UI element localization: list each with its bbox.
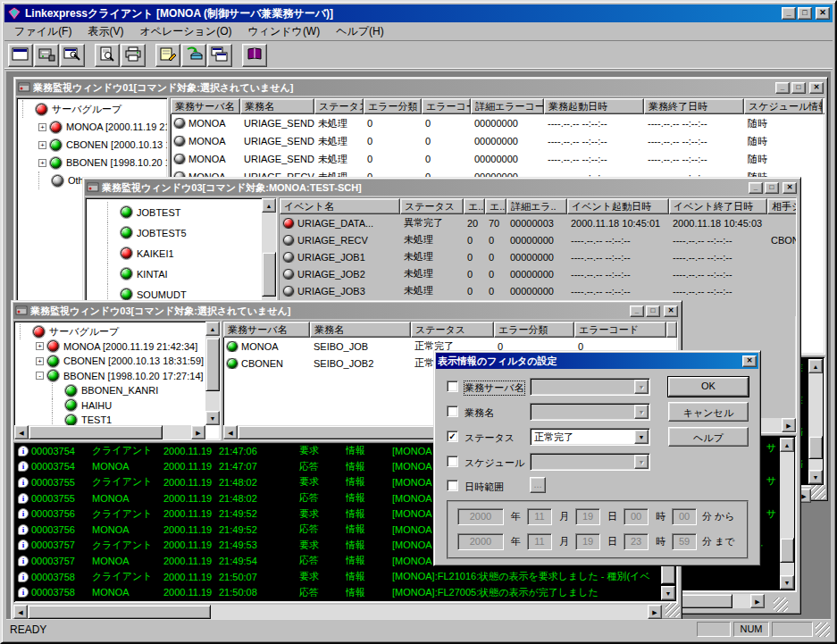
win3-log-vscrollbar[interactable]: ▼: [661, 561, 675, 600]
table-row[interactable]: URIAGE_RECV未処理0000000000----.--.-- --:--…: [280, 231, 796, 248]
column-header[interactable]: 業務起動日時: [544, 98, 644, 114]
table-row[interactable]: URIAGE_DATA...異常完了2070000000032000.11.18…: [280, 214, 796, 231]
print-button[interactable]: [121, 44, 146, 67]
tree-item-monoa[interactable]: +MONOA [2000.11.19 21:42:34]: [16, 339, 220, 355]
win1-titlebar[interactable]: 業務監視ウィンドウ01[コマンド対象:選択されていません] _ □ ✕: [16, 79, 825, 96]
filter-schedule-combobox[interactable]: ▼: [530, 453, 650, 471]
win3-hscrollbar[interactable]: ◀ ▶: [13, 605, 662, 619]
scroll-left-icon[interactable]: ◀: [14, 425, 29, 439]
to-year-field[interactable]: 2000: [457, 533, 504, 550]
win2-maximize-icon[interactable]: □: [765, 182, 779, 194]
win2-minimize-icon[interactable]: _: [749, 182, 763, 194]
scroll-thumb[interactable]: [28, 605, 211, 619]
column-header[interactable]: イベント名: [280, 198, 400, 214]
expand-icon[interactable]: +: [36, 342, 44, 350]
from-min-field[interactable]: 00: [672, 508, 697, 525]
column-header[interactable]: 業務サーバ名: [223, 322, 310, 338]
app-resize-grip[interactable]: [816, 623, 830, 637]
to-hour-field[interactable]: 23: [624, 533, 649, 550]
scroll-thumb[interactable]: [808, 436, 823, 459]
filter-settings-dialog[interactable]: 表示情報のフィルタの設定 ✕ 業務サーバ名 ▼ OK 業務名 ▼ キャンセル ✓…: [433, 350, 761, 566]
log-row[interactable]: i00003758クライアント2000.11.1921:50:07要求情報[MO…: [14, 569, 677, 585]
column-header[interactable]: 業務終了日時: [644, 98, 744, 114]
scroll-right-icon[interactable]: ▶: [648, 605, 662, 619]
column-header[interactable]: エ..: [485, 198, 506, 214]
scroll-down-icon[interactable]: ▼: [661, 586, 675, 600]
column-header[interactable]: 業務名: [240, 98, 314, 114]
datetime-range-checkbox[interactable]: [447, 480, 458, 491]
scroll-left-icon[interactable]: ◀: [223, 425, 238, 439]
win1-close-icon[interactable]: ✕: [809, 82, 824, 94]
scroll-left-icon[interactable]: ◀: [13, 605, 28, 619]
column-header[interactable]: 業務名: [310, 322, 411, 338]
from-year-field[interactable]: 2000: [457, 508, 504, 525]
help-button[interactable]: ヘルプ: [668, 427, 749, 447]
column-header[interactable]: ステータス: [400, 198, 464, 214]
column-header[interactable]: 詳細エラーコード: [471, 98, 544, 114]
column-header[interactable]: 業務サーバ名: [171, 98, 240, 114]
log-row[interactable]: i00003758MONOA2000.11.1921:50:08応答情報[MON…: [14, 584, 677, 600]
scroll-up-icon[interactable]: ▲: [808, 359, 823, 373]
app-titlebar[interactable]: Linkexpressクライアント [MONOA (制御サーバ兼業務サーバ)] …: [4, 4, 833, 22]
scroll-down-icon[interactable]: ▼: [808, 470, 823, 484]
tree-item-cbonen[interactable]: +CBONEN [2000.10.13 18:31:59]: [19, 136, 167, 154]
monitor-view-button[interactable]: [60, 44, 85, 67]
scroll-thumb[interactable]: [29, 425, 163, 439]
column-header[interactable]: 相手システ...: [767, 198, 797, 214]
scroll-right-icon[interactable]: ▶: [191, 425, 205, 439]
expand-icon[interactable]: +: [38, 123, 46, 131]
dialog-titlebar[interactable]: 表示情報のフィルタの設定 ✕: [436, 353, 758, 369]
new-window-button[interactable]: [8, 44, 33, 67]
column-header[interactable]: イベント終了日時: [669, 198, 767, 214]
scroll-right-icon[interactable]: ▶: [750, 594, 765, 608]
operation-note-button[interactable]: [155, 44, 180, 67]
table-row[interactable]: MONOAURIAGE_SENDX未処理0000000000----.--.--…: [171, 132, 824, 150]
win3-close-icon[interactable]: ✕: [664, 305, 678, 317]
from-hour-field[interactable]: 00: [624, 508, 649, 525]
dialog-close-icon[interactable]: ✕: [742, 355, 757, 367]
datetime-more-button[interactable]: ...: [530, 477, 546, 493]
table-row[interactable]: MONOAURIAGE_SEND未処理0000000000----.--.-- …: [171, 114, 824, 132]
column-header[interactable]: ステータス: [314, 98, 364, 114]
filter-server-combobox[interactable]: ▼: [530, 378, 650, 396]
column-header[interactable]: エ..: [464, 198, 485, 214]
column-header[interactable]: ステータス: [411, 322, 494, 338]
cancel-button[interactable]: キャンセル: [668, 402, 749, 422]
win2-close-icon[interactable]: ✕: [783, 182, 797, 194]
win1-maximize-icon[interactable]: □: [791, 82, 806, 94]
win3-maximize-icon[interactable]: □: [646, 305, 660, 317]
tree-item-jobtest[interactable]: JOBTEST: [88, 202, 276, 222]
tree-item-cbonen[interactable]: +CBONEN [2000.10.13 18:31:59]: [16, 354, 220, 369]
menu-item-2[interactable]: オペレーション(O): [131, 22, 239, 41]
scroll-thumb[interactable]: [780, 538, 794, 563]
expand-icon[interactable]: +: [38, 159, 46, 167]
from-day-field[interactable]: 19: [575, 508, 600, 525]
column-header[interactable]: エラーコード: [574, 322, 666, 338]
cascade-windows-button[interactable]: [207, 44, 232, 67]
collapse-icon[interactable]: -: [36, 372, 44, 380]
scroll-thumb[interactable]: [205, 338, 220, 391]
to-month-field[interactable]: 11: [527, 533, 552, 550]
scroll-down-icon[interactable]: ▼: [205, 411, 220, 425]
chevron-down-icon[interactable]: ▼: [634, 380, 649, 394]
win1-minimize-icon[interactable]: _: [775, 82, 790, 94]
column-header[interactable]: エラーコード: [422, 98, 471, 114]
expand-icon[interactable]: +: [36, 357, 44, 365]
tree-item-haihu[interactable]: HAIHU: [16, 398, 220, 414]
filter-status-combobox[interactable]: 正常完了 ▼: [530, 428, 650, 446]
chevron-down-icon[interactable]: ▼: [634, 455, 649, 469]
column-header[interactable]: 詳細エラ..: [506, 198, 567, 214]
scroll-up-icon[interactable]: ▲: [205, 322, 220, 336]
column-header[interactable]: エラー分類: [494, 322, 574, 338]
help-book-button[interactable]: [242, 44, 267, 67]
column-header[interactable]: スケジュール情報: [744, 98, 823, 114]
table-row[interactable]: URIAGE_JOB2未処理0000000000----.--.-- --:--…: [280, 265, 796, 282]
refresh-data-button[interactable]: [181, 44, 206, 67]
win1-resize-grip[interactable]: [811, 485, 825, 499]
win2-titlebar[interactable]: 業務監視ウィンドウ03[コマンド対象:MONOA:TEST-SCH] _ □ ✕: [85, 180, 799, 196]
tree-item-bbonen[interactable]: -BBONEN [1998.10.20 17:27:14]: [16, 369, 220, 384]
ok-button[interactable]: OK: [668, 377, 749, 397]
win2-resize-grip[interactable]: [774, 598, 788, 612]
column-header[interactable]: イベント起動日時: [567, 198, 669, 214]
scroll-down-icon[interactable]: ▼: [780, 575, 794, 590]
